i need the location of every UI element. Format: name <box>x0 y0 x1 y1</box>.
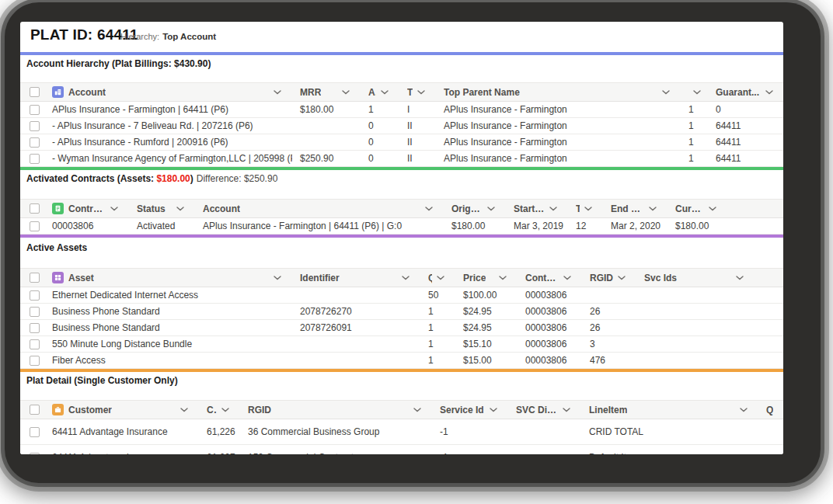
column-header-ti[interactable]: Ti... <box>399 83 436 101</box>
table-row[interactable]: 550 Minute Long Distance Bundle1$15.1000… <box>20 336 783 353</box>
chevron-down-icon[interactable] <box>709 207 716 211</box>
cell-crid: 61,227 <box>199 445 240 454</box>
row-checkbox[interactable] <box>20 353 48 368</box>
contracts-assets-amount: $180.00 <box>156 173 190 184</box>
chevron-down-icon[interactable] <box>736 276 744 280</box>
column-header-end-date[interactable]: End Date <box>603 200 667 217</box>
table-row[interactable]: APlus Insurance - Farmington | 64411 (P6… <box>20 102 783 118</box>
account-icon <box>52 86 64 98</box>
row-checkbox[interactable] <box>20 304 48 319</box>
table-row[interactable]: - Wyman Insurance Agency of Farmington,L… <box>20 151 783 167</box>
column-header-contract[interactable]: Contract <box>48 200 129 217</box>
chevron-down-icon[interactable] <box>402 276 410 280</box>
table-row[interactable]: - APlus Insurance - 7 Beliveau Rd. | 207… <box>20 118 783 134</box>
chevron-down-icon[interactable] <box>584 207 592 211</box>
cell-start-date: Mar 3, 2019 <box>506 218 568 234</box>
column-header-price[interactable]: Price <box>455 269 518 287</box>
table-row[interactable]: 64411 Advantage Insurance61,227159 Comme… <box>20 445 783 454</box>
row-checkbox[interactable] <box>20 118 48 134</box>
select-all-checkbox[interactable] <box>20 401 48 419</box>
row-checkbox[interactable] <box>20 320 48 335</box>
column-label: Status <box>137 203 166 214</box>
column-header-rgid[interactable]: RGID <box>240 401 432 419</box>
column-label: Ac... <box>368 87 376 98</box>
cell-identifier <box>292 287 420 303</box>
table-row[interactable]: 00003806ActivatedAPlus Insurance - Farmi… <box>20 218 783 235</box>
table-row[interactable]: Fiber Access1$15.0000003806476 <box>20 353 783 369</box>
chevron-down-icon[interactable] <box>765 90 773 95</box>
column-header-original[interactable]: Original ... <box>444 200 506 217</box>
column-header-te[interactable]: Te... <box>568 200 603 217</box>
table-row[interactable]: Business Phone Standard20787260911$24.95… <box>20 320 783 336</box>
row-checkbox[interactable] <box>20 102 48 117</box>
column-header-identifier[interactable]: Identifier <box>292 269 420 287</box>
chevron-down-icon[interactable] <box>274 276 281 280</box>
table-row[interactable]: 64411 Advantage Insurance61,22636 Commer… <box>20 419 783 445</box>
contract-icon <box>52 203 64 214</box>
row-checkbox[interactable] <box>20 287 48 303</box>
column-header-q[interactable]: Q. <box>758 401 783 419</box>
chevron-down-icon[interactable] <box>662 90 670 95</box>
chevron-down-icon[interactable] <box>487 207 495 211</box>
chevron-down-icon[interactable] <box>110 207 118 211</box>
chevron-down-icon[interactable] <box>221 408 229 412</box>
column-header-start-date[interactable]: Start Date <box>506 200 568 217</box>
column-header-customer[interactable]: Customer <box>48 401 199 419</box>
select-all-checkbox[interactable] <box>20 269 48 287</box>
table-row[interactable]: Business Phone Standard20787262701$24.95… <box>20 304 783 320</box>
column-header-guarant[interactable]: Guarant... <box>708 83 783 101</box>
row-checkbox[interactable] <box>20 134 48 150</box>
table-row[interactable]: Ethernet Dedicated Internet Access50$100… <box>20 287 783 304</box>
column-label: SVC Display ... <box>516 405 558 415</box>
column-header-crid[interactable]: CRID <box>199 401 240 419</box>
select-all-checkbox[interactable] <box>20 200 48 217</box>
column-header-qty[interactable]: Qty <box>420 269 455 287</box>
column-header-lineitem[interactable]: LineItem <box>581 401 758 419</box>
column-header-rgid[interactable]: RGID <box>582 269 636 287</box>
chevron-down-icon[interactable] <box>342 90 350 95</box>
row-checkbox[interactable] <box>20 218 48 234</box>
table-row[interactable]: - APlus Insurance - Rumford | 200916 (P6… <box>20 134 783 151</box>
cell-qty: 1 <box>420 304 455 319</box>
column-header-svc-display[interactable]: SVC Display ... <box>508 401 581 419</box>
chevron-down-icon[interactable] <box>381 90 389 95</box>
cell-asset: Fiber Access <box>48 353 292 368</box>
column-header-service-id[interactable]: Service Id <box>432 401 508 419</box>
column-header-ac[interactable]: Ac... <box>361 83 399 101</box>
chevron-down-icon[interactable] <box>417 90 425 95</box>
chevron-down-icon[interactable] <box>425 207 433 211</box>
chevron-down-icon[interactable] <box>563 408 570 412</box>
row-checkbox[interactable] <box>20 336 48 352</box>
select-all-checkbox[interactable] <box>20 83 48 101</box>
column-header-asset[interactable]: Asset <box>48 269 292 287</box>
chevron-down-icon[interactable] <box>549 207 557 211</box>
column-header-account[interactable]: Account <box>48 83 292 101</box>
column-header-contract[interactable]: Contract <box>518 269 582 287</box>
column-header-current[interactable]: Current ... <box>667 200 727 217</box>
column-header-all[interactable]: All... <box>681 83 708 101</box>
chevron-down-icon[interactable] <box>490 408 497 412</box>
chevron-down-icon[interactable] <box>180 408 188 412</box>
column-header-mrr[interactable]: MRR <box>292 83 361 101</box>
contracts-difference: Difference: $250.90 <box>197 173 278 184</box>
chevron-down-icon[interactable] <box>499 276 507 280</box>
row-checkbox[interactable] <box>20 445 48 454</box>
column-header-top-parent-name[interactable]: Top Parent Name <box>436 83 681 101</box>
chevron-down-icon[interactable] <box>274 90 281 95</box>
chevron-down-icon[interactable] <box>740 408 748 412</box>
chevron-down-icon[interactable] <box>563 276 571 280</box>
chevron-down-icon[interactable] <box>437 276 444 280</box>
column-header-status[interactable]: Status <box>129 200 195 217</box>
column-header-svc-ids[interactable]: Svc Ids <box>636 269 755 287</box>
column-header-account[interactable]: Account <box>195 200 444 217</box>
cell-asset: 550 Minute Long Distance Bundle <box>48 336 292 352</box>
cell-qty: 1 <box>420 336 455 352</box>
chevron-down-icon[interactable] <box>649 207 657 211</box>
chevron-down-icon[interactable] <box>413 408 421 412</box>
chevron-down-icon[interactable] <box>176 207 184 211</box>
row-checkbox[interactable] <box>20 419 48 444</box>
chevron-down-icon[interactable] <box>618 276 626 280</box>
chevron-down-icon[interactable] <box>693 90 701 95</box>
row-checkbox[interactable] <box>20 151 48 166</box>
cell-spacer <box>755 320 783 335</box>
